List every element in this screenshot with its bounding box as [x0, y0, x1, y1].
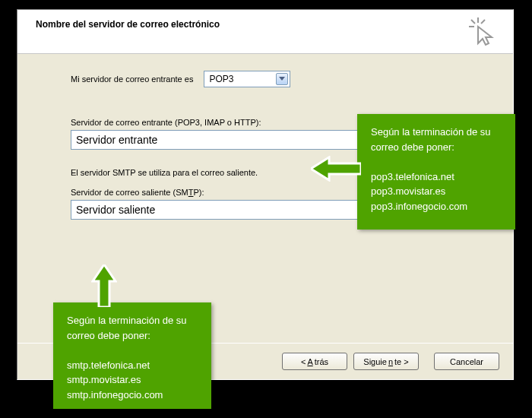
incoming-type-label: Mi servidor de correo entrante es — [71, 74, 193, 84]
hint-option: pop3.telefonica.net — [371, 169, 502, 185]
arrow-left-icon — [311, 156, 361, 183]
hint-text: Según la terminación de su correo debe p… — [67, 313, 198, 343]
incoming-type-value: POP3 — [209, 74, 233, 84]
next-button[interactable]: Siguiente > — [353, 353, 419, 370]
hint-popup-incoming: Según la terminación de su correo debe p… — [357, 114, 515, 230]
dialog-header: Nombre del servidor de correo electrónic… — [17, 10, 513, 54]
hint-text: Según la terminación de su correo debe p… — [371, 125, 502, 154]
dialog-title: Nombre del servidor de correo electrónic… — [36, 19, 501, 30]
incoming-type-select[interactable]: POP3 — [204, 71, 290, 87]
chevron-down-icon[interactable] — [276, 73, 288, 85]
svg-line-3 — [481, 20, 485, 24]
hint-option: smtp.infonegocio.com — [67, 388, 198, 403]
cursor-icon — [469, 16, 498, 49]
arrow-up-icon — [91, 264, 117, 309]
hint-option: pop3.infonegocio.com — [371, 199, 502, 214]
back-button[interactable]: < Atrás — [282, 353, 347, 370]
hint-option: smtp.telefonica.net — [67, 358, 198, 373]
cancel-button[interactable]: Cancelar — [434, 353, 499, 370]
hint-popup-outgoing: Según la terminación de su correo debe p… — [53, 302, 211, 409]
hint-option: smtp.movistar.es — [67, 372, 198, 388]
hint-option: pop3.movistar.es — [371, 184, 502, 199]
svg-line-2 — [471, 20, 475, 24]
